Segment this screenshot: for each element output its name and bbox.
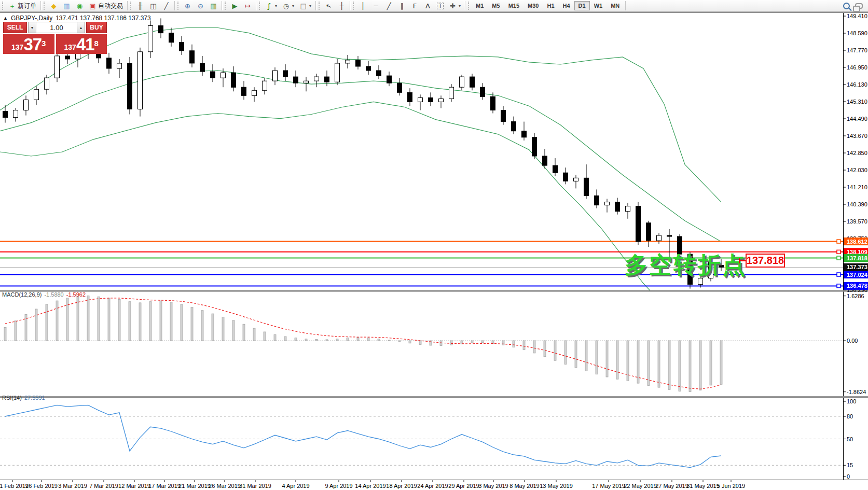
buy-price-button[interactable]: 137 41 8 — [56, 34, 107, 54]
toolbar-grip — [225, 2, 227, 10]
timeframe-m30[interactable]: M30 — [523, 1, 543, 10]
sell-price-big: 37 — [23, 36, 42, 53]
trendline-icon[interactable]: ╱ — [382, 1, 395, 11]
price-tick-label: 140.390 — [847, 201, 867, 207]
timeframe-m5[interactable]: M5 — [488, 1, 504, 10]
shapes-icon[interactable]: ✚▾ — [446, 1, 463, 11]
chat-icon[interactable] — [855, 3, 863, 9]
chart-annotation-text[interactable]: 多空转折点 — [625, 250, 747, 281]
date-tick-label: 14 Apr 2019 — [355, 483, 385, 489]
new-order-icon: ＋ — [8, 3, 16, 9]
market-watch-icon[interactable]: ◆ — [47, 1, 60, 11]
timeframe-mn[interactable]: MN — [607, 1, 624, 10]
volume-input[interactable] — [36, 22, 77, 33]
price-tick-label: 146.130 — [847, 81, 867, 88]
periods-clock-icon[interactable]: ◷▾ — [280, 1, 297, 11]
autotrade-button[interactable]: ▣自动交易 — [86, 1, 126, 11]
hline-handle[interactable] — [837, 240, 841, 243]
hline-handle[interactable] — [837, 284, 841, 288]
buy-button[interactable]: BUY — [86, 22, 107, 33]
macd-name: MACD(12,26,9) — [2, 291, 42, 298]
macd-indicator-label: MACD(12,26,9)-1.5880-1.5962 — [2, 291, 86, 298]
horizontal-line-icon[interactable]: ─ — [369, 1, 382, 11]
macd-tick-label: 0.00 — [847, 338, 858, 344]
market-watch-icon: ◆ — [50, 3, 58, 9]
toolbar-separator — [256, 1, 256, 10]
date-tick-label: 21 Mar 2019 — [178, 483, 211, 489]
label-icon[interactable]: T — [434, 1, 446, 11]
date-tick-label: 22 May 2019 — [624, 483, 657, 489]
toolbar-grip — [259, 2, 261, 10]
hline-handle[interactable] — [837, 256, 841, 260]
timeframe-m1[interactable]: M1 — [472, 1, 488, 10]
auto-scroll-icon: ▶ — [231, 3, 239, 9]
template-icon[interactable]: ▤▾ — [297, 1, 314, 11]
candlestick-type-icon[interactable]: ◫ — [147, 1, 160, 11]
add-indicator-icon: ƒ — [265, 3, 273, 9]
horizontal-line-icon: ─ — [372, 3, 380, 9]
date-tick-label: 26 Feb 2019 — [25, 483, 58, 489]
line-chart-type-icon[interactable]: ╱ — [160, 1, 173, 11]
date-tick-label: 4 Apr 2019 — [282, 483, 309, 489]
date-tick-label: 29 Apr 2019 — [448, 483, 479, 489]
new-order-button[interactable]: ＋新订单 — [6, 1, 39, 11]
date-axis[interactable]: 21 Feb 201926 Feb 20193 Mar 20197 Mar 20… — [0, 480, 745, 489]
toolbar-separator — [40, 1, 41, 10]
date-tick-label: 3 May 2019 — [478, 483, 508, 489]
timeframe-m15[interactable]: M15 — [504, 1, 523, 10]
hline-handle[interactable] — [837, 273, 841, 276]
signals-icon[interactable]: ◉ — [73, 1, 86, 11]
main-toolbar: ＋新订单◆▦◉▣自动交易╫◫╱⊕⊖▦▶↦ƒ▾◷▾▤▾↖┼│─╱∥FAT✚▾M1M… — [0, 0, 868, 12]
date-tick-label: 5 Jun 2019 — [717, 483, 745, 489]
volume-increase-button[interactable]: ▲ — [77, 22, 85, 33]
rsi-tick-label: 50 — [847, 436, 853, 442]
panel-collapse-arrow[interactable]: ▲ — [3, 16, 8, 21]
chart-ohlc-values: 137.471 137.768 137.186 137.373 — [56, 15, 151, 22]
bollinger-bands — [0, 28, 721, 313]
signals-icon: ◉ — [76, 3, 84, 9]
add-indicator-icon[interactable]: ƒ▾ — [263, 1, 280, 11]
rsi-value: 27.5591 — [24, 395, 45, 401]
crosshair-icon[interactable]: ┼ — [335, 1, 348, 11]
chart-canvas[interactable]: 149.410148.590147.770146.950146.130145.3… — [0, 0, 868, 490]
text-icon[interactable]: A — [421, 1, 434, 11]
chevron-down-icon: ▾ — [275, 4, 277, 8]
text-icon: A — [424, 3, 432, 9]
date-tick-label: 12 Mar 2019 — [118, 483, 150, 489]
tile-windows-icon[interactable]: ▦ — [207, 1, 220, 11]
chart-shift-icon[interactable]: ↦ — [241, 1, 254, 11]
price-tick-label: 139.570 — [847, 218, 867, 225]
vertical-line-icon[interactable]: │ — [356, 1, 369, 11]
zoom-in-icon[interactable]: ⊕ — [181, 1, 194, 11]
svg-text:137.818: 137.818 — [847, 255, 867, 261]
macd-tick-label: -1.8624 — [847, 389, 866, 395]
hline-handle[interactable] — [837, 250, 841, 254]
date-tick-label: 17 Mar 2019 — [148, 483, 181, 489]
shapes-icon: ✚ — [449, 3, 457, 9]
macd-main-value: -1.5880 — [44, 291, 63, 298]
sell-price-button[interactable]: 137 37 3 — [3, 34, 54, 54]
toolbar-grip — [468, 2, 471, 10]
toolbar-grip — [319, 2, 321, 10]
macd-tick-label: 1.6286 — [847, 293, 864, 299]
timeframe-w1[interactable]: W1 — [590, 1, 607, 10]
toolbar-separator — [174, 1, 175, 10]
fibonacci-icon[interactable]: F — [408, 1, 421, 11]
charts-window-icon[interactable]: ▦ — [60, 1, 73, 11]
macd-panel: 1.62860.00-1.8624 — [0, 293, 866, 395]
price-annotation-box[interactable]: 137.818 — [746, 254, 785, 268]
volume-decrease-button[interactable]: ▼ — [29, 22, 36, 33]
timeframe-h4[interactable]: H4 — [559, 1, 574, 10]
cursor-icon[interactable]: ↖ — [322, 1, 335, 11]
timeframe-d1[interactable]: D1 — [574, 1, 590, 10]
sell-button[interactable]: SELL — [3, 22, 27, 33]
zoom-out-icon[interactable]: ⊖ — [194, 1, 207, 11]
bar-chart-type-icon[interactable]: ╫ — [134, 1, 147, 11]
charts-window-icon: ▦ — [63, 3, 71, 9]
timeframe-h1[interactable]: H1 — [543, 1, 558, 10]
autotrade-icon: ▣ — [89, 3, 97, 9]
auto-scroll-icon[interactable]: ▶ — [228, 1, 241, 11]
search-icon[interactable] — [843, 3, 850, 9]
channel-icon[interactable]: ∥ — [395, 1, 408, 11]
toolbar-grip — [353, 2, 355, 10]
